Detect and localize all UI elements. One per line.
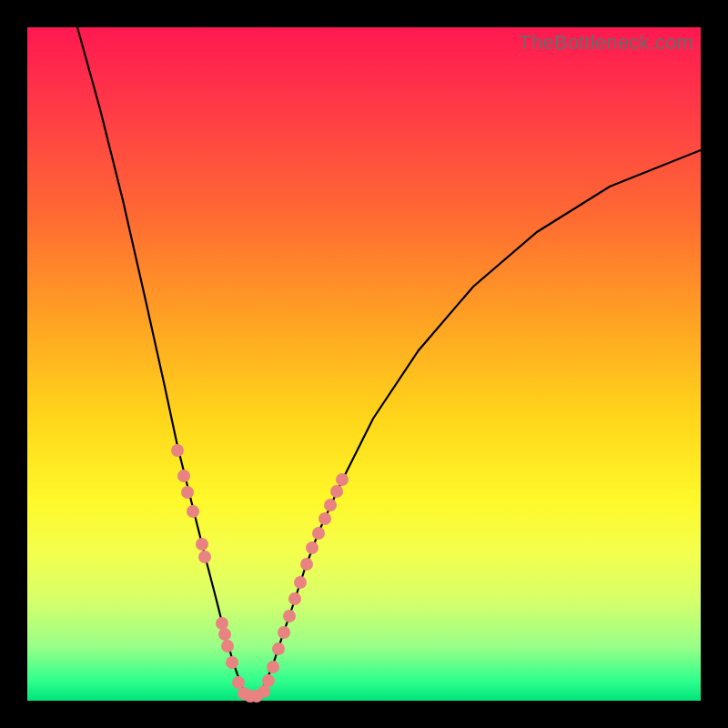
data-marker: [221, 640, 234, 652]
data-marker: [198, 551, 211, 563]
data-marker: [218, 628, 231, 641]
data-marker: [267, 661, 279, 673]
data-marker: [312, 527, 325, 540]
data-marker: [294, 576, 307, 589]
data-marker: [226, 656, 238, 669]
curve-layer: [27, 27, 701, 701]
data-marker: [272, 642, 285, 655]
data-marker: [262, 674, 275, 687]
data-marker: [216, 617, 228, 630]
data-marker: [283, 610, 296, 622]
data-marker: [300, 558, 313, 571]
data-marker: [330, 485, 343, 498]
data-marker: [278, 626, 290, 639]
plot-area: TheBottleneck.com: [27, 27, 701, 701]
data-marker: [288, 592, 301, 605]
chart-frame: TheBottleneck.com: [0, 0, 728, 728]
data-marker: [258, 685, 270, 698]
data-marker: [181, 486, 194, 499]
left-curve: [77, 27, 246, 696]
data-marker: [187, 505, 199, 518]
data-marker: [336, 473, 349, 486]
data-marker: [324, 499, 337, 511]
right-curve: [259, 150, 701, 696]
data-marker: [177, 470, 190, 482]
data-marker: [306, 541, 318, 554]
data-marker: [232, 676, 245, 689]
data-marker: [318, 512, 331, 525]
data-marker: [171, 444, 184, 457]
data-marker: [196, 538, 208, 551]
marker-dots: [171, 444, 349, 703]
